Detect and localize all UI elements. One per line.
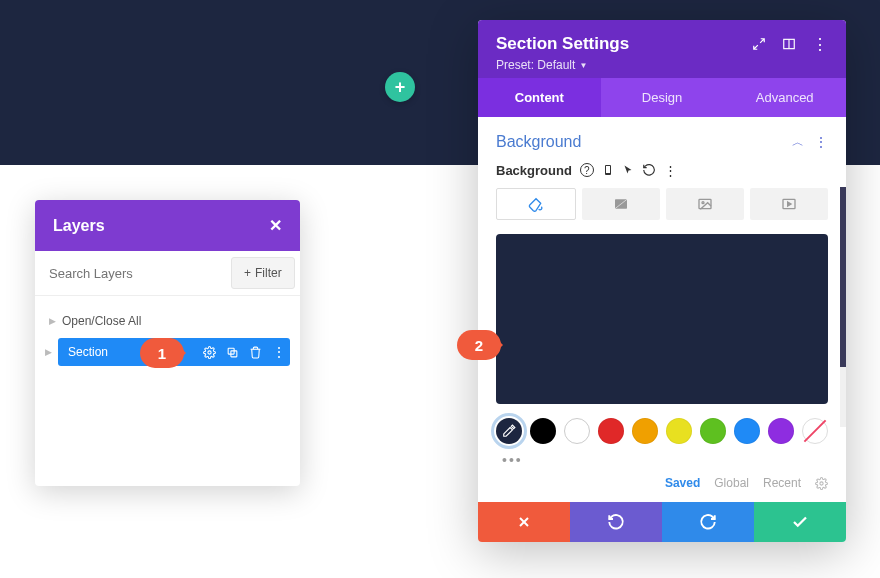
preset-label: Preset: Default [496, 58, 575, 72]
columns-icon[interactable] [782, 37, 796, 51]
layers-title: Layers [53, 217, 105, 235]
annotation-2: 2 [457, 330, 501, 360]
section-heading-row: Background ︿ ⋮ [496, 129, 828, 163]
header-icons: ⋮ [752, 35, 828, 54]
open-close-label: Open/Close All [62, 314, 141, 328]
trash-icon[interactable] [249, 346, 262, 359]
swatch-green[interactable] [700, 418, 726, 444]
tab-content[interactable]: Content [478, 78, 601, 117]
phone-icon[interactable] [602, 163, 614, 178]
layers-header: Layers ✕ [35, 200, 300, 251]
filter-global[interactable]: Global [714, 476, 749, 490]
add-section-button[interactable]: + [385, 72, 415, 102]
gear-icon[interactable] [815, 477, 828, 490]
chevron-up-icon[interactable]: ︿ [792, 134, 804, 151]
color-picker-swatch[interactable] [496, 418, 522, 444]
preset-selector[interactable]: Preset: Default ▼ [496, 58, 828, 72]
swatch-blue[interactable] [734, 418, 760, 444]
redo-button[interactable] [662, 502, 754, 542]
duplicate-icon[interactable] [226, 346, 239, 359]
hover-icon[interactable] [622, 163, 634, 178]
settings-body: Background ︿ ⋮ Background ? ⋮ [478, 117, 846, 502]
settings-title: Section Settings [496, 34, 629, 54]
help-icon[interactable]: ? [580, 163, 594, 177]
bg-type-gradient[interactable] [582, 188, 660, 220]
cancel-button[interactable] [478, 502, 570, 542]
search-input[interactable] [35, 254, 231, 293]
layers-body: ▶ Open/Close All ▶ Section ⋮ [35, 296, 300, 486]
more-icon[interactable]: ⋮ [812, 35, 828, 54]
bg-type-video[interactable] [750, 188, 828, 220]
reset-icon[interactable] [642, 163, 656, 178]
swatch-yellow[interactable] [666, 418, 692, 444]
settings-header: Section Settings ⋮ Preset: Default ▼ [478, 20, 846, 78]
filter-label: Filter [255, 266, 282, 280]
swatch-black[interactable] [530, 418, 556, 444]
section-label: Section [68, 345, 108, 359]
bg-label: Background [496, 163, 572, 178]
save-button[interactable] [754, 502, 846, 542]
svg-point-0 [208, 350, 211, 353]
chevron-down-icon: ▼ [579, 61, 587, 70]
bg-type-color[interactable] [496, 188, 576, 220]
svg-point-9 [702, 202, 704, 204]
more-swatches-icon[interactable]: ••• [502, 452, 828, 468]
open-close-all[interactable]: ▶ Open/Close All [45, 310, 290, 338]
bg-type-image[interactable] [666, 188, 744, 220]
settings-footer [478, 502, 846, 542]
tab-design[interactable]: Design [601, 78, 724, 117]
more-icon[interactable]: ⋮ [272, 345, 286, 359]
undo-button[interactable] [570, 502, 662, 542]
annotation-1: 1 [140, 338, 184, 368]
background-preview[interactable] [496, 234, 828, 404]
more-icon[interactable]: ⋮ [664, 163, 677, 178]
swatch-red[interactable] [598, 418, 624, 444]
tri-icon[interactable]: ▶ [45, 347, 52, 357]
swatch-none[interactable] [802, 418, 828, 444]
filter-recent[interactable]: Recent [763, 476, 801, 490]
swatch-filter-row: Saved Global Recent [496, 474, 828, 494]
more-icon[interactable]: ⋮ [814, 134, 828, 150]
scrollbar-thumb[interactable] [840, 187, 846, 367]
filter-button[interactable]: + Filter [231, 257, 295, 289]
settings-panel: Section Settings ⋮ Preset: Default ▼ Con… [478, 20, 846, 542]
svg-rect-6 [606, 166, 610, 173]
bg-label-row: Background ? ⋮ [496, 163, 828, 178]
bg-type-tabs [496, 188, 828, 220]
swatch-orange[interactable] [632, 418, 658, 444]
gear-icon[interactable] [203, 346, 216, 359]
close-icon[interactable]: ✕ [269, 216, 282, 235]
section-actions: ⋮ [203, 338, 286, 366]
tab-advanced[interactable]: Advanced [723, 78, 846, 117]
filter-saved[interactable]: Saved [665, 476, 700, 490]
swatch-white[interactable] [564, 418, 590, 444]
section-heading: Background [496, 133, 581, 151]
expand-icon[interactable] [752, 37, 766, 51]
scrollbar-track[interactable] [840, 187, 846, 427]
svg-marker-11 [788, 202, 791, 206]
tri-icon: ▶ [49, 316, 56, 326]
color-swatches [496, 418, 828, 444]
swatch-purple[interactable] [768, 418, 794, 444]
svg-point-12 [820, 481, 823, 484]
layers-search-row: + Filter [35, 251, 300, 296]
plus-icon: + [244, 266, 251, 280]
settings-tabs: Content Design Advanced [478, 78, 846, 117]
